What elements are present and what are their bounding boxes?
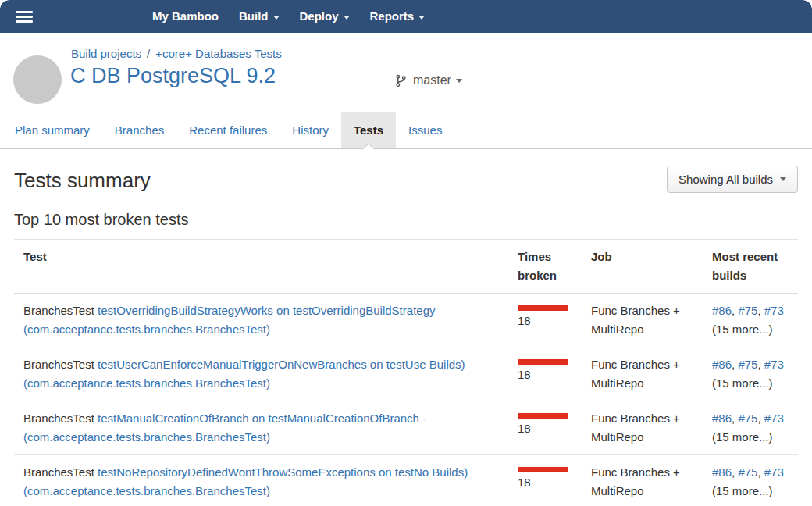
more-builds-link[interactable]: (15 more...) xyxy=(712,484,773,497)
plan-tabs: Plan summary Branches Recent failures Hi… xyxy=(0,112,812,149)
build-link[interactable]: #75 xyxy=(738,412,757,425)
table-row: BranchesTest testManualCreationOfBranch … xyxy=(14,401,798,455)
nav-item-label: My Bamboo xyxy=(152,9,219,23)
nav-item-reports[interactable]: Reports xyxy=(360,0,436,33)
table-row: BranchesTest testUserCanEnforceManualTri… xyxy=(14,347,798,401)
more-builds-link[interactable]: (15 more...) xyxy=(712,430,773,444)
git-branch-icon xyxy=(394,74,408,87)
tab-plan-summary[interactable]: Plan summary xyxy=(2,112,102,148)
tab-label: Tests xyxy=(354,123,383,137)
tab-label: Issues xyxy=(408,123,442,137)
test-class-name: BranchesTest xyxy=(23,304,94,317)
chevron-down-icon xyxy=(418,16,425,20)
tab-tests[interactable]: Tests xyxy=(341,112,396,148)
tab-history[interactable]: History xyxy=(280,112,341,148)
build-link[interactable]: #75 xyxy=(738,358,757,371)
tab-label: History xyxy=(292,123,329,137)
tab-label: Branches xyxy=(115,123,164,137)
times-broken-bar xyxy=(518,413,568,419)
job-name: Func Branches + MultiRepo xyxy=(591,409,712,447)
tests-summary-heading: Tests summary xyxy=(14,169,151,193)
tab-recent-failures[interactable]: Recent failures xyxy=(176,112,280,148)
showing-builds-label: Showing All builds xyxy=(678,173,773,186)
times-broken-count: 18 xyxy=(518,473,580,492)
tab-branches[interactable]: Branches xyxy=(102,112,176,148)
table-row: BranchesTest testOverridingBuildStrategy… xyxy=(14,294,798,347)
nav-menu: My Bamboo Build Deploy Reports xyxy=(142,0,435,33)
breadcrumb-plan-link[interactable]: +core+ Databases Tests xyxy=(155,47,281,60)
nav-item-my-bamboo[interactable]: My Bamboo xyxy=(142,0,229,33)
build-link[interactable]: #86 xyxy=(712,304,732,317)
plan-avatar xyxy=(13,55,62,104)
plan-header: Build projects/+core+ Databases Tests C … xyxy=(0,33,812,112)
build-link[interactable]: #75 xyxy=(738,304,757,317)
times-broken-count: 18 xyxy=(518,365,580,384)
chevron-down-icon xyxy=(273,16,280,20)
branch-name: master xyxy=(413,73,451,87)
tab-label: Recent failures xyxy=(189,123,267,137)
test-class-name: BranchesTest xyxy=(23,412,94,425)
chevron-down-icon xyxy=(456,79,462,83)
chevron-down-icon xyxy=(780,177,786,181)
showing-builds-dropdown-button[interactable]: Showing All builds xyxy=(667,166,798,193)
branch-selector[interactable]: master xyxy=(394,73,462,87)
build-link-separator: , xyxy=(757,412,764,425)
column-header-job: Job xyxy=(591,248,712,285)
page-title: C DB PostgreSQL 9.2 xyxy=(70,64,276,88)
nav-item-deploy[interactable]: Deploy xyxy=(290,0,360,33)
breadcrumb-project-link[interactable]: Build projects xyxy=(71,47,141,60)
build-link[interactable]: #73 xyxy=(764,358,784,371)
column-header-test: Test xyxy=(23,248,518,285)
build-link[interactable]: #73 xyxy=(764,465,784,479)
build-link-separator: , xyxy=(757,465,764,479)
job-name: Func Branches + MultiRepo xyxy=(591,355,712,393)
bamboo-page: My Bamboo Build Deploy Reports Build pro… xyxy=(0,0,812,506)
table-header-row: Test Times broken Job Most recent builds xyxy=(14,240,798,294)
job-name: Func Branches + MultiRepo xyxy=(591,301,712,339)
times-broken-count: 18 xyxy=(518,312,580,330)
tests-summary-content: Tests summary Showing All builds Top 10 … xyxy=(0,166,812,506)
build-link[interactable]: #86 xyxy=(712,412,732,425)
more-builds-link[interactable]: (15 more...) xyxy=(712,376,773,390)
build-link[interactable]: #73 xyxy=(764,304,784,317)
times-broken-bar xyxy=(518,467,568,472)
test-class-name: BranchesTest xyxy=(23,465,94,479)
nav-item-label: Build xyxy=(239,9,269,23)
table-row: BranchesTest testNoRepositoryDefinedWont… xyxy=(14,455,798,506)
tab-label: Plan summary xyxy=(15,123,90,137)
build-link[interactable]: #75 xyxy=(738,465,757,479)
build-link-separator: , xyxy=(757,358,764,371)
tab-issues[interactable]: Issues xyxy=(396,112,454,148)
broken-tests-table: Test Times broken Job Most recent builds… xyxy=(14,239,798,506)
job-name: Func Branches + MultiRepo xyxy=(591,463,712,501)
build-link[interactable]: #73 xyxy=(764,412,784,425)
breadcrumb-separator: / xyxy=(147,47,150,60)
column-header-times-broken: Times broken xyxy=(518,248,591,285)
broken-tests-section-title: Top 10 most broken tests xyxy=(14,211,798,229)
chevron-down-icon xyxy=(344,16,350,20)
nav-item-label: Deploy xyxy=(300,9,339,23)
nav-item-build[interactable]: Build xyxy=(229,0,290,33)
times-broken-count: 18 xyxy=(518,419,580,438)
build-link[interactable]: #86 xyxy=(712,465,732,479)
times-broken-bar xyxy=(518,305,568,311)
build-link-separator: , xyxy=(757,304,764,317)
top-navigation-bar: My Bamboo Build Deploy Reports xyxy=(0,0,812,33)
build-link[interactable]: #86 xyxy=(712,358,732,371)
breadcrumb: Build projects/+core+ Databases Tests xyxy=(71,47,282,60)
nav-item-label: Reports xyxy=(370,9,415,23)
test-class-name: BranchesTest xyxy=(23,358,94,371)
hamburger-menu-icon[interactable] xyxy=(16,9,33,25)
column-header-most-recent-builds: Most recent builds xyxy=(712,248,798,285)
times-broken-bar xyxy=(518,359,568,365)
more-builds-link[interactable]: (15 more...) xyxy=(712,322,773,336)
